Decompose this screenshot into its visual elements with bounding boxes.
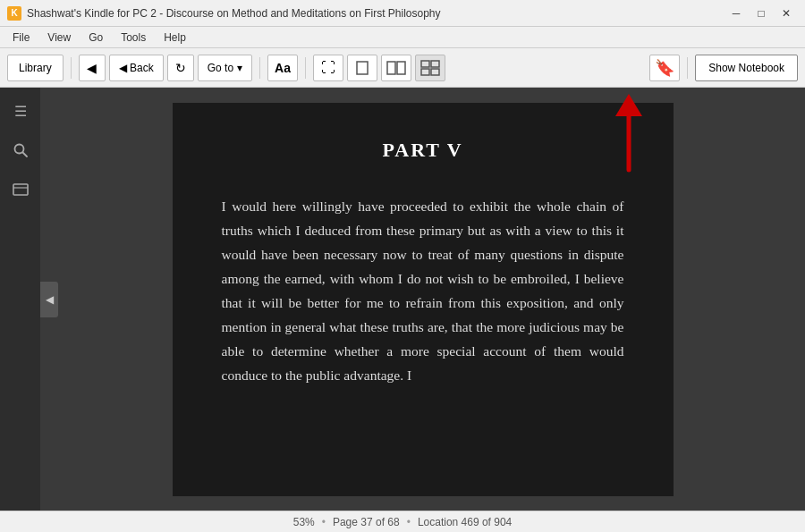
location-info: Location 469 of 904 — [418, 516, 512, 528]
svg-rect-2 — [397, 62, 405, 74]
menu-help[interactable]: Help — [155, 27, 195, 47]
refresh-button[interactable]: ↻ — [167, 55, 194, 81]
layout-double-button[interactable] — [381, 55, 411, 81]
font-button[interactable]: Aa — [267, 55, 298, 81]
toolbar: Library ◀ ◀ Back ◀ Back ↻ Go to ▾ Aa ⛶ 🔖… — [0, 48, 805, 88]
svg-rect-5 — [421, 69, 429, 75]
app-icon: K — [7, 6, 21, 21]
goto-chevron: ▾ — [237, 62, 242, 74]
show-notebook-button[interactable]: Show Notebook — [695, 55, 798, 81]
fullscreen-button[interactable]: ⛶ — [313, 55, 343, 81]
sidebar-flashcard-icon[interactable] — [8, 177, 33, 202]
layout-grid-button[interactable] — [415, 55, 445, 81]
svg-line-8 — [22, 153, 27, 157]
menu-go[interactable]: Go — [80, 27, 112, 47]
window-title: Shashwat's Kindle for PC 2 - Discourse o… — [27, 7, 724, 20]
svg-rect-3 — [421, 61, 429, 67]
back-button[interactable]: ◀ Back — [109, 55, 164, 81]
toolbar-separator-2 — [259, 57, 260, 79]
status-dot-2: • — [407, 516, 411, 528]
back-arrow-button[interactable]: ◀ — [79, 55, 106, 81]
close-button[interactable]: ✕ — [775, 4, 798, 22]
content-area: ◀ PART V I would here willingly have pro… — [40, 88, 805, 511]
sidebar-menu-icon[interactable]: ☰ — [8, 98, 33, 123]
left-sidebar: ☰ — [0, 88, 40, 511]
svg-rect-1 — [387, 62, 395, 74]
main-area: ☰ ◀ PART V I would here willingly ha — [0, 88, 805, 511]
minimize-button[interactable]: ─ — [724, 4, 748, 22]
toolbar-separator-4 — [687, 57, 688, 79]
svg-rect-6 — [431, 69, 439, 75]
window-controls: ─ □ ✕ — [724, 4, 798, 22]
toolbar-separator-1 — [71, 57, 72, 79]
menu-bar: File View Go Tools Help — [0, 27, 805, 48]
svg-rect-0 — [357, 62, 368, 74]
sidebar-search-icon[interactable] — [8, 138, 33, 163]
maximize-button[interactable]: □ — [750, 4, 773, 22]
svg-rect-9 — [13, 184, 28, 195]
zoom-level: 53% — [293, 516, 315, 528]
svg-marker-12 — [615, 94, 642, 116]
layout-single-button[interactable] — [347, 55, 377, 81]
goto-button[interactable]: Go to ▾ — [198, 55, 252, 81]
nav-back: ◀ — [79, 55, 106, 81]
menu-view[interactable]: View — [38, 27, 80, 47]
status-bar: 53% • Page 37 of 68 • Location 469 of 90… — [0, 511, 805, 532]
bookmark-button[interactable]: 🔖 — [649, 55, 680, 81]
library-button[interactable]: Library — [7, 55, 64, 81]
part-title: PART V — [222, 139, 624, 162]
page-info: Page 37 of 68 — [333, 516, 400, 528]
book-page: PART V I would here willingly have proce… — [173, 103, 674, 496]
svg-rect-4 — [431, 61, 439, 67]
menu-tools[interactable]: Tools — [112, 27, 155, 47]
menu-file[interactable]: File — [4, 27, 38, 47]
status-dot-1: • — [322, 516, 326, 528]
annotation-arrow — [602, 94, 656, 177]
collapse-panel-button[interactable]: ◀ — [40, 282, 58, 317]
toolbar-separator-3 — [305, 57, 306, 79]
goto-label: Go to — [208, 62, 233, 74]
title-bar: K Shashwat's Kindle for PC 2 - Discourse… — [0, 0, 805, 27]
book-body-text: I would here willingly have proceeded to… — [222, 194, 624, 388]
